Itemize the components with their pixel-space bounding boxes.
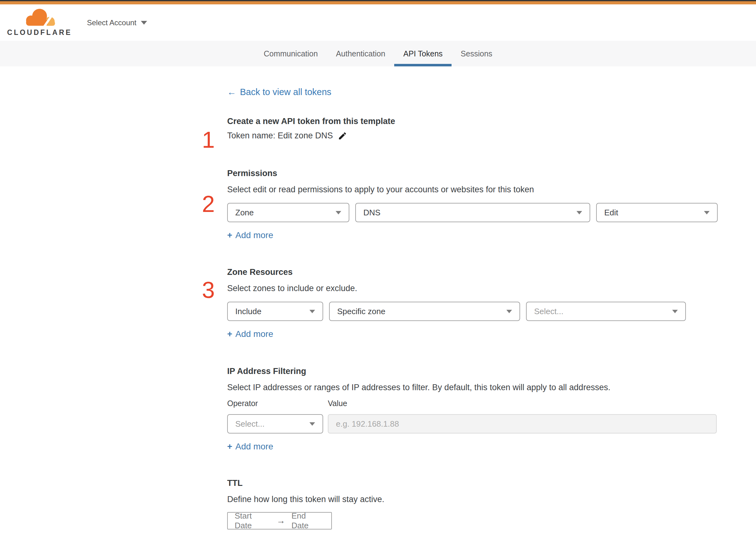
ip-filtering-heading: IP Address Filtering — [227, 367, 718, 376]
permissions-section: Permissions Select edit or read permissi… — [227, 169, 718, 240]
ip-filtering-description: Select IP addresses or ranges of IP addr… — [227, 383, 718, 392]
permission-access-select[interactable]: Edit — [596, 203, 718, 222]
token-template-form: 1 2 3 ← Back to view all tokens Create a… — [0, 66, 756, 551]
zone-resources-heading: Zone Resources — [227, 267, 718, 277]
back-link-label: Back to view all tokens — [240, 87, 331, 97]
ttl-heading: TTL — [227, 478, 718, 488]
tab-label: Communication — [264, 49, 318, 58]
tab-sessions[interactable]: Sessions — [452, 41, 501, 66]
permissions-description: Select edit or read permissions to apply… — [227, 185, 718, 194]
chevron-down-icon — [309, 422, 315, 426]
brand-accent-bar — [0, 1, 756, 4]
tab-label: API Tokens — [403, 49, 443, 58]
plus-icon: + — [227, 230, 232, 240]
cloudflare-cloud-icon — [23, 7, 56, 28]
tab-authentication[interactable]: Authentication — [327, 41, 394, 66]
permission-resource-select[interactable]: DNS — [355, 203, 590, 222]
ip-filtering-add-more-link[interactable]: + Add more — [227, 442, 273, 452]
permissions-heading: Permissions — [227, 169, 718, 178]
plus-icon: + — [227, 442, 232, 452]
ip-operator-placeholder: Select... — [235, 419, 264, 429]
ttl-section: TTL Define how long this token will stay… — [227, 478, 718, 530]
token-name-text: Token name: Edit zone DNS — [227, 131, 333, 140]
account-selector[interactable]: Select Account — [87, 4, 147, 41]
zone-mode-select[interactable]: Include — [227, 302, 323, 321]
zone-picker-placeholder: Select... — [534, 307, 564, 316]
operator-label: Operator — [227, 399, 328, 408]
back-to-tokens-link[interactable]: ← Back to view all tokens — [227, 87, 331, 97]
chevron-down-icon — [141, 21, 147, 25]
page-title: Create a new API token from this templat… — [227, 116, 718, 126]
step-2-marker: 2 — [202, 192, 215, 216]
zone-mode-value: Include — [235, 307, 261, 316]
edit-pencil-icon[interactable] — [338, 131, 347, 140]
cloudflare-logo[interactable]: CLOUDFLARE — [9, 7, 70, 37]
end-date-label: End Date — [291, 511, 324, 530]
ttl-date-range-picker[interactable]: Start Date → End Date — [227, 512, 332, 530]
zone-resources-add-more-link[interactable]: + Add more — [227, 329, 273, 339]
ip-value-input[interactable] — [328, 414, 717, 434]
ttl-description: Define how long this token will stay act… — [227, 495, 718, 504]
tab-label: Authentication — [336, 49, 385, 58]
back-arrow-icon: ← — [227, 87, 236, 97]
zone-type-value: Specific zone — [337, 307, 386, 316]
active-tab-underline — [394, 64, 452, 66]
zone-resources-description: Select zones to include or exclude. — [227, 284, 718, 293]
permission-scope-select[interactable]: Zone — [227, 203, 349, 222]
zone-resources-section: Zone Resources Select zones to include o… — [227, 267, 718, 339]
permissions-add-more-link[interactable]: + Add more — [227, 230, 273, 240]
zone-type-select[interactable]: Specific zone — [329, 302, 520, 321]
start-date-label: Start Date — [235, 511, 270, 530]
app-header: CLOUDFLARE Select Account — [0, 4, 756, 41]
ip-operator-select[interactable]: Select... — [227, 414, 323, 434]
permission-scope-value: Zone — [235, 208, 254, 217]
plus-icon: + — [227, 329, 232, 339]
chevron-down-icon — [506, 310, 512, 313]
tab-api-tokens[interactable]: API Tokens — [394, 41, 452, 66]
add-more-label: Add more — [235, 230, 273, 240]
profile-tabbar: Communication Authentication API Tokens … — [0, 41, 756, 66]
chevron-down-icon — [335, 211, 341, 214]
account-selector-label: Select Account — [87, 18, 136, 27]
permission-access-value: Edit — [604, 208, 618, 217]
arrow-right-icon: → — [276, 516, 285, 526]
chevron-down-icon — [309, 310, 315, 313]
step-1-marker: 1 — [202, 128, 215, 151]
chevron-down-icon — [577, 211, 582, 214]
permission-resource-value: DNS — [363, 208, 381, 217]
chevron-down-icon — [672, 310, 678, 313]
chevron-down-icon — [704, 211, 710, 214]
value-label: Value — [328, 399, 347, 408]
step-3-marker: 3 — [202, 279, 215, 302]
cloudflare-wordmark: CLOUDFLARE — [7, 28, 72, 37]
add-more-label: Add more — [235, 329, 273, 339]
ip-filtering-section: IP Address Filtering Select IP addresses… — [227, 367, 718, 452]
zone-picker-select[interactable]: Select... — [526, 302, 686, 321]
add-more-label: Add more — [235, 442, 273, 452]
tab-communication[interactable]: Communication — [254, 41, 327, 66]
tab-label: Sessions — [461, 49, 492, 58]
